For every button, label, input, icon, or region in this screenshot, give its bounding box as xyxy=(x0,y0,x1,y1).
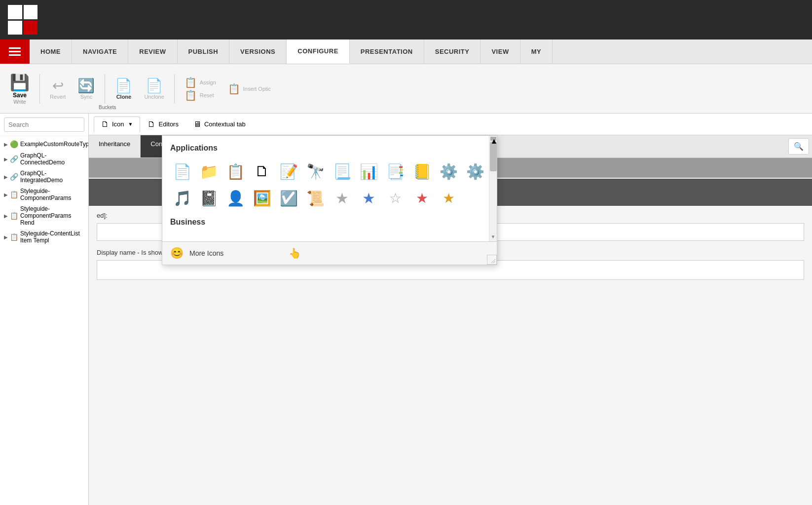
scroll-thumb[interactable] xyxy=(490,142,497,171)
save-icon: 💾 xyxy=(10,73,30,92)
icon-item[interactable]: 📋 xyxy=(223,159,247,183)
icon-item[interactable]: ★ xyxy=(330,186,354,210)
ribbon-tab-contextual[interactable]: 🖥 Contextual tab xyxy=(186,117,253,132)
assign-button[interactable]: 📋 Assign 📋 Reset xyxy=(180,75,221,103)
toolbar: 💾 Save Write ↩ Revert 🔄 Sync Buckets 📄 C… xyxy=(0,64,812,114)
contextual-tab-label: Contextual tab xyxy=(204,120,246,128)
icon-dropdown-panel: Applications 📄 📁 📋 🗋 📝 🔭 📃 📊 📑 📒 ⚙️ ⚙️ xyxy=(162,135,497,265)
icon-item[interactable]: 📊 xyxy=(357,159,380,183)
svg-line-0 xyxy=(491,259,495,263)
icon-item[interactable]: ☆ xyxy=(383,186,407,210)
tree-item-1[interactable]: ▶ 🔗 GraphQL-ConnectedDemo xyxy=(0,150,88,168)
ribbon-tab-icon[interactable]: 🗋 Icon ▼ xyxy=(94,117,140,132)
insert-optic-label: Insert Optic xyxy=(243,86,271,92)
insert-optic-button[interactable]: 📋 Insert Optic xyxy=(223,81,276,97)
icon-item[interactable]: 📃 xyxy=(330,159,354,183)
nav-bar: HOME NAVIGATE REVIEW PUBLISH VERSIONS CO… xyxy=(0,39,812,64)
tree-item-4[interactable]: ▶ 📋 Styleguide-ComponentParams Rend xyxy=(0,203,88,228)
sync-icon: 🔄 xyxy=(77,78,95,94)
icon-item[interactable]: ★ xyxy=(437,186,460,210)
write-label: Write xyxy=(13,99,26,105)
ribbon-tab-editors[interactable]: 🗋 Editors xyxy=(140,117,185,132)
scroll-down-arrow[interactable]: ▼ xyxy=(489,234,497,239)
more-icons-row[interactable]: 😊 More Icons 👆 xyxy=(162,241,497,265)
tree-item-2[interactable]: ▶ 🔗 GraphQL-IntegratedDemo xyxy=(0,168,88,186)
main-layout: ▶ 🟢 ExampleCustomRouteType ▶ 🔗 GraphQL-C… xyxy=(0,114,812,505)
nav-item-configure[interactable]: CONFIGURE xyxy=(287,39,350,64)
logo-cell-3 xyxy=(8,21,22,35)
nav-item-navigate[interactable]: NAVIGATE xyxy=(72,39,128,64)
icon-item[interactable]: ★ xyxy=(357,186,380,210)
assign-label: Assign xyxy=(200,79,216,85)
nav-item-view[interactable]: VIEW xyxy=(480,39,520,64)
dropdown-scroll[interactable]: Applications 📄 📁 📋 🗋 📝 🔭 📃 📊 📑 📒 ⚙️ ⚙️ xyxy=(162,136,497,241)
icon-item[interactable]: ⚙️ xyxy=(437,159,460,183)
icon-item[interactable]: ☑️ xyxy=(277,186,300,210)
icon-tab-dropdown: ▼ xyxy=(128,121,133,127)
divider-3 xyxy=(174,74,175,104)
tab-inheritance[interactable]: Inheritance xyxy=(89,135,141,157)
icon-item[interactable]: 🔭 xyxy=(303,159,327,183)
revert-label: Revert xyxy=(50,94,66,100)
hamburger-line-3 xyxy=(9,54,21,56)
content-search-button[interactable]: 🔍 xyxy=(788,138,809,155)
nav-item-versions[interactable]: VERSIONS xyxy=(229,39,287,64)
icon-tab-label: Icon xyxy=(112,120,124,128)
cursor-hand-icon: 👆 xyxy=(289,247,301,259)
scroll-up-arrow[interactable]: ▲ xyxy=(490,137,496,141)
sidebar-search-area xyxy=(0,114,88,136)
clone-icon: 📄 xyxy=(115,78,132,94)
save-button[interactable]: 💾 Save Write xyxy=(5,71,35,107)
editors-tab-label: Editors xyxy=(158,120,178,128)
ribbon: 🗋 Icon ▼ 🗋 Editors 🖥 Contextual tab xyxy=(89,114,812,135)
tree-arrow: ▶ xyxy=(4,213,8,219)
hamburger-line-1 xyxy=(9,47,21,49)
tree-label: GraphQL-ConnectedDemo xyxy=(20,152,84,166)
unclone-icon: 📄 xyxy=(146,78,163,94)
hamburger-line-2 xyxy=(9,51,21,52)
icon-item[interactable]: 📒 xyxy=(410,159,434,183)
scroll-track[interactable]: ▲ ▼ xyxy=(489,136,497,241)
buckets-section-label: Buckets xyxy=(99,105,116,110)
revert-button[interactable]: ↩ Revert xyxy=(45,76,71,102)
nav-item-home[interactable]: HOME xyxy=(30,39,72,64)
icon-item[interactable]: 📁 xyxy=(197,159,221,183)
icon-item[interactable]: 📑 xyxy=(383,159,407,183)
icon-item[interactable]: 📄 xyxy=(170,159,194,183)
icon-item[interactable]: ⚙️ xyxy=(463,159,487,183)
tree-item-3[interactable]: ▶ 📋 Styleguide-ComponentParams xyxy=(0,186,88,203)
icon-item[interactable]: 📓 xyxy=(197,186,221,210)
tree-item-5[interactable]: ▶ 📋 Styleguide-ContentList Item Templ xyxy=(0,228,88,246)
icon-item[interactable]: ★ xyxy=(410,186,434,210)
resize-handle[interactable] xyxy=(487,255,497,265)
hamburger-menu[interactable] xyxy=(0,39,30,64)
tree-icon: 📋 xyxy=(10,191,18,198)
revert-icon: ↩ xyxy=(52,78,64,94)
nav-item-review[interactable]: REVIEW xyxy=(128,39,177,64)
icon-item[interactable]: 🖼️ xyxy=(250,186,274,210)
icon-item[interactable]: 🗋 xyxy=(250,159,274,183)
business-section-title: Business xyxy=(170,218,487,227)
resize-handle-icon xyxy=(487,255,495,263)
tree-arrow: ▶ xyxy=(4,234,8,240)
nav-item-presentation[interactable]: PRESENTATION xyxy=(350,39,424,64)
sidebar: ▶ 🟢 ExampleCustomRouteType ▶ 🔗 GraphQL-C… xyxy=(0,114,89,505)
unclone-label: Unclone xyxy=(144,94,164,100)
icon-item[interactable]: 📜 xyxy=(303,186,327,210)
tree-item-0[interactable]: ▶ 🟢 ExampleCustomRouteType xyxy=(0,138,88,150)
clone-button[interactable]: 📄 Clone xyxy=(110,76,137,102)
icon-item[interactable]: 👤 xyxy=(223,186,247,210)
search-input[interactable] xyxy=(4,117,84,132)
unclone-button[interactable]: 📄 Unclone xyxy=(139,76,169,102)
icon-item[interactable]: 🎵 xyxy=(170,186,194,210)
nav-item-my[interactable]: MY xyxy=(520,39,553,64)
nav-item-publish[interactable]: PUBLISH xyxy=(178,39,230,64)
more-icons-label: More Icons xyxy=(189,249,223,257)
nav-item-security[interactable]: SECURITY xyxy=(424,39,481,64)
app-logo[interactable] xyxy=(8,5,37,35)
tree-arrow: ▶ xyxy=(4,192,8,197)
contextual-tab-icon: 🖥 xyxy=(193,120,201,129)
hamburger-icon xyxy=(9,47,21,56)
sync-button[interactable]: 🔄 Sync xyxy=(73,76,100,102)
icon-item[interactable]: 📝 xyxy=(277,159,300,183)
